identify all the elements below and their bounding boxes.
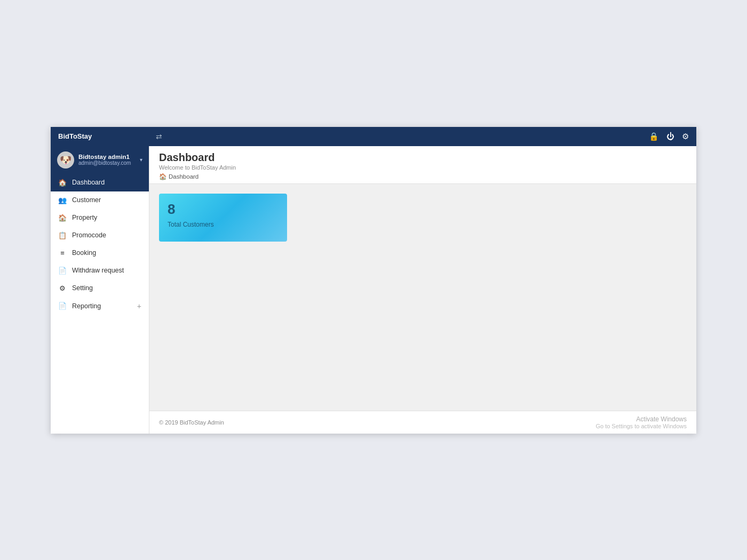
sidebar-item-label: Customer <box>72 196 141 204</box>
copyright-text: © 2019 BidToStay Admin <box>159 419 224 426</box>
sidebar-item-promocode[interactable]: 📋 Promocode <box>51 227 149 244</box>
content-area: Dashboard Welcome to BidToStay Admin 🏠 D… <box>149 146 696 434</box>
sidebar-item-property[interactable]: 🏠 Property <box>51 209 149 227</box>
top-navbar-icons: 🔒 ⏻ ⚙ <box>649 132 689 141</box>
sidebar-user[interactable]: 🐶 Bidtostay admin1 admin@bidtostay.com ▾ <box>51 146 149 174</box>
nav-toggle-icon[interactable]: ⇄ <box>156 132 162 141</box>
sidebar-user-info: Bidtostay admin1 admin@bidtostay.com <box>78 154 136 166</box>
sidebar-item-label: Promocode <box>72 231 141 239</box>
customers-icon: 👥 <box>58 196 67 204</box>
withdraw-icon: 📄 <box>58 267 67 275</box>
sidebar-item-dashboard[interactable]: 🏠 Dashboard <box>51 174 149 191</box>
card-label: Total Customers <box>168 221 279 228</box>
brand-label: BidToStay <box>58 132 92 140</box>
setting-icon: ⚙ <box>58 284 67 292</box>
activate-windows-sub: Go to Settings to activate Windows <box>595 423 687 429</box>
sidebar-user-name: Bidtostay admin1 <box>78 154 136 160</box>
reporting-icon: 📄 <box>58 302 67 310</box>
sidebar-user-email: admin@bidtostay.com <box>78 160 136 166</box>
sidebar-item-setting[interactable]: ⚙ Setting <box>51 279 149 297</box>
avatar: 🐶 <box>57 151 74 169</box>
page-title: Dashboard <box>159 151 687 164</box>
content-footer: © 2019 BidToStay Admin Activate Windows … <box>149 411 696 434</box>
activate-windows-notice: Activate Windows Go to Settings to activ… <box>595 415 687 429</box>
breadcrumb: 🏠 Dashboard <box>159 173 687 180</box>
card-number: 8 <box>168 201 279 218</box>
settings-icon[interactable]: ⚙ <box>682 132 689 141</box>
content-body: 8 Total Customers <box>149 184 696 411</box>
main-layout: 🐶 Bidtostay admin1 admin@bidtostay.com ▾… <box>51 146 696 434</box>
sidebar-item-label: Withdraw request <box>72 267 141 274</box>
breadcrumb-label: Dashboard <box>169 173 198 180</box>
sidebar-item-withdraw-request[interactable]: 📄 Withdraw request <box>51 262 149 279</box>
sidebar-item-label: Setting <box>72 284 141 292</box>
power-icon[interactable]: ⏻ <box>666 132 674 141</box>
reporting-expand-icon[interactable]: + <box>137 302 141 310</box>
activate-windows-title: Activate Windows <box>595 415 687 423</box>
property-icon: 🏠 <box>58 214 67 222</box>
promocode-icon: 📋 <box>58 231 67 239</box>
sidebar-item-customer[interactable]: 👥 Customer <box>51 191 149 209</box>
booking-icon: ≡ <box>58 249 67 257</box>
sidebar-item-booking[interactable]: ≡ Booking <box>51 244 149 262</box>
caret-down-icon: ▾ <box>140 157 142 163</box>
total-customers-card: 8 Total Customers <box>159 194 287 242</box>
sidebar-item-label: Booking <box>72 249 141 257</box>
home-icon: 🏠 <box>58 179 67 187</box>
sidebar-item-label: Reporting <box>72 302 132 310</box>
sidebar-nav: 🏠 Dashboard 👥 Customer 🏠 Property 📋 Prom… <box>51 174 149 434</box>
lock-icon[interactable]: 🔒 <box>649 132 659 141</box>
sidebar: 🐶 Bidtostay admin1 admin@bidtostay.com ▾… <box>51 146 149 434</box>
sidebar-item-label: Property <box>72 214 141 221</box>
sidebar-item-label: Dashboard <box>72 179 141 186</box>
sidebar-item-reporting[interactable]: 📄 Reporting + <box>51 297 149 315</box>
app-window: BidToStay ⇄ 🔒 ⏻ ⚙ 🐶 Bidtostay admin1 adm… <box>51 127 696 434</box>
content-header: Dashboard Welcome to BidToStay Admin 🏠 D… <box>149 146 696 184</box>
page-subtitle: Welcome to BidToStay Admin <box>159 164 687 171</box>
top-navbar: BidToStay ⇄ 🔒 ⏻ ⚙ <box>51 127 696 146</box>
breadcrumb-home-icon: 🏠 <box>159 173 166 180</box>
